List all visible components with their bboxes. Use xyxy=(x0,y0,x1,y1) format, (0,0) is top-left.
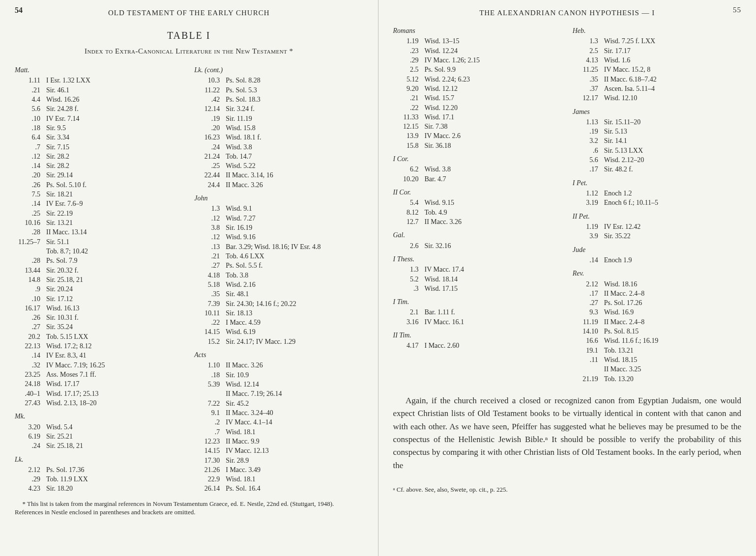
index-entry: 24.4II Macc. 3.26 xyxy=(194,180,363,190)
book-heading: I Thess. xyxy=(393,254,562,264)
index-entry: 12.7II Macc. 3.26 xyxy=(393,217,562,226)
index-entry: 9.1II Macc. 3.24–40 xyxy=(194,408,363,417)
verse-ref: 2.1 xyxy=(393,307,425,317)
verse-ref: 21.26 xyxy=(194,465,226,474)
literature-ref: Tob. 11.9 LXX xyxy=(46,474,183,484)
footnote-right: ⁿ Cf. above. See, also, Swete, op. cit.,… xyxy=(393,486,742,494)
index-entry: .25Sir. 22.19 xyxy=(15,209,183,218)
literature-ref: Wisd. 15.7 xyxy=(425,93,562,103)
index-entry: II Macc. 3.25 xyxy=(573,364,741,374)
index-entry: .9Sir. 20.24 xyxy=(15,284,183,294)
index-entry: 12.23II Macc. 9.9 xyxy=(194,437,363,446)
literature-ref: IV Esr. 8.3, 41 xyxy=(46,351,183,360)
book-heading: I Tim. xyxy=(393,297,562,306)
verse-ref: .21 xyxy=(393,93,425,103)
verse-ref: 4.23 xyxy=(15,484,46,493)
index-entry: .37Ascen. Isa. 5.11–4 xyxy=(573,84,741,93)
literature-ref: Sir. 18.21 xyxy=(46,190,183,199)
book-heading: II Tim. xyxy=(393,331,562,340)
verse-ref: .7 xyxy=(194,427,226,437)
literature-ref: Wisd. 17.1 xyxy=(425,112,562,122)
verse-ref: .12 xyxy=(194,232,226,242)
verse-ref: 4.18 xyxy=(194,271,226,280)
verse-ref: 3.19 xyxy=(573,198,604,207)
right-column-1: Romans1.19Wisd. 13–15.23Wisd. 12.24.29IV… xyxy=(393,22,562,384)
verse-ref: 10.3 xyxy=(194,76,226,85)
verse-ref: 4.13 xyxy=(573,56,604,65)
verse-ref: 7.39 xyxy=(194,299,226,308)
verse-ref: 1.19 xyxy=(573,222,604,231)
index-entry: .14IV Esr. 7.6–9 xyxy=(15,199,183,208)
table-title: TABLE I xyxy=(15,30,363,41)
verse-ref: .29 xyxy=(393,56,425,65)
literature-ref: Bar. 1.11 f. xyxy=(425,307,562,317)
book-heading: Romans xyxy=(393,26,562,35)
book-heading: Lk. (cont.) xyxy=(194,65,363,75)
verse-ref: 26.14 xyxy=(194,484,226,493)
index-entry: .29Tob. 11.9 LXX xyxy=(15,474,183,484)
literature-ref: II Macc. 13.14 xyxy=(46,227,183,237)
literature-ref: II Macc. 3.26 xyxy=(226,180,363,190)
literature-ref: Ps. Sol. 16.4 xyxy=(226,484,363,493)
literature-ref: Sir. 28.2 xyxy=(46,152,183,161)
index-entry: 1.3Wisd. 9.1 xyxy=(194,204,363,213)
verse-ref: 23.25 xyxy=(15,370,46,379)
literature-ref: Sir. 16.19 xyxy=(226,223,363,232)
literature-ref: Tob. 4.9 xyxy=(425,208,562,217)
verse-ref: 13.9 xyxy=(393,131,425,140)
literature-ref: Sir. 45.2 xyxy=(226,399,363,408)
index-entry: 10.3Ps. Sol. 8.28 xyxy=(194,76,363,85)
verse-ref: .32 xyxy=(15,361,46,370)
index-entry: 26.14Ps. Sol. 16.4 xyxy=(194,484,363,493)
book-heading: I Cor. xyxy=(393,154,562,164)
verse-ref: 21.19 xyxy=(573,374,604,384)
literature-ref: Wisd. 17.2; 8.12 xyxy=(46,341,183,351)
literature-ref: Wisd. 6.19 xyxy=(226,327,363,336)
index-entry: 6.19Sir. 25.21 xyxy=(15,432,183,441)
index-entry: .27Sir. 35.24 xyxy=(15,322,183,332)
literature-ref: IV Macc. 4.1–14 xyxy=(226,417,363,427)
literature-ref: Wisd. 7.25 f. LXX xyxy=(604,36,741,46)
verse-ref: 1.19 xyxy=(393,36,425,46)
book-heading: John xyxy=(194,194,363,203)
index-entry: 3.19Enoch 6 f.; 10.11–5 xyxy=(573,198,741,207)
verse-ref: .27 xyxy=(15,322,46,332)
literature-ref: IV Esr. 12.42 xyxy=(604,222,741,231)
verse-ref: .14 xyxy=(573,255,604,265)
index-entry: 3.9Sir. 35.22 xyxy=(573,231,741,241)
literature-ref: Sir. 24.17; IV Macc. 1.29 xyxy=(226,337,363,346)
literature-ref: Ps. Sol. 7.9 xyxy=(46,256,183,265)
verse-ref: 11.19 xyxy=(573,317,604,327)
verse-ref: 5.6 xyxy=(15,104,46,113)
verse-ref: 6.4 xyxy=(15,133,46,142)
index-entry: 10.16Sir. 13.21 xyxy=(15,218,183,227)
index-entry: 9.3Wisd. 16.9 xyxy=(573,307,741,317)
literature-ref: Sir. 13.21 xyxy=(46,218,183,227)
literature-ref: Enoch 6 f.; 10.11–5 xyxy=(604,198,741,207)
literature-ref: Sir. 7.15 xyxy=(46,142,183,152)
book-heading: II Pet. xyxy=(573,212,741,221)
index-entry: .25Wisd. 5.22 xyxy=(194,161,363,170)
verse-ref: .20 xyxy=(194,123,226,133)
verse-ref: .35 xyxy=(194,289,226,299)
verse-ref: 12.14 xyxy=(194,104,226,113)
index-entry: 2.12Wisd. 18.16 xyxy=(573,279,741,289)
literature-ref: IV Macc. 1.26; 2.15 xyxy=(425,56,562,65)
verse-ref: .9 xyxy=(15,284,46,294)
verse-ref: 19.1 xyxy=(573,346,604,355)
index-entry: 15.8Sir. 36.18 xyxy=(393,141,562,150)
literature-ref: Sir. 18.20 xyxy=(46,484,183,493)
literature-ref: Sir. 7.38 xyxy=(425,122,562,131)
index-entry: 17.30Sir. 28.9 xyxy=(194,456,363,465)
literature-ref: Ps. Sol. 18.3 xyxy=(226,95,363,104)
right-page: 55 THE ALEXANDRIAN CANON HYPOTHESIS — I … xyxy=(378,0,756,556)
literature-ref: Tob. 13.20 xyxy=(604,374,741,384)
verse-ref: .17 xyxy=(573,289,604,298)
right-columns: Romans1.19Wisd. 13–15.23Wisd. 12.24.29IV… xyxy=(393,22,742,384)
verse-ref: 3.16 xyxy=(393,317,425,327)
index-entry: 6.2Wisd. 3.8 xyxy=(393,165,562,174)
book-heading: Gal. xyxy=(393,230,562,240)
verse-ref: 11.25–7 xyxy=(15,237,46,247)
literature-ref: Sir. 28.9 xyxy=(226,456,363,465)
literature-ref: IV Macc. 2.6 xyxy=(425,131,562,140)
